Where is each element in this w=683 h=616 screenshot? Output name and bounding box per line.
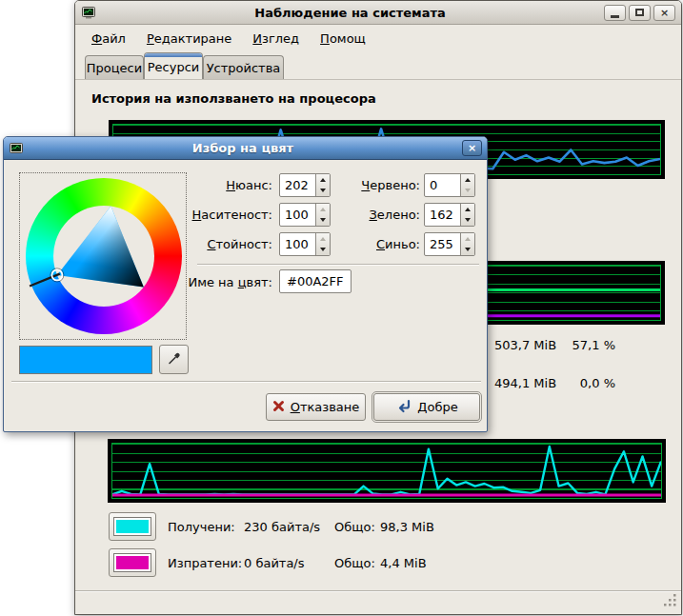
screen: Наблюдение на системата × Файл Редактира…: [0, 0, 683, 616]
ok-button[interactable]: Добре: [373, 393, 480, 421]
cpu-section-title: История на използването на процесора: [91, 91, 376, 106]
blue-spin-down[interactable]: [461, 245, 474, 256]
eyedropper-icon: [167, 350, 182, 368]
blue-label: Синьо:: [291, 237, 420, 251]
fields-separator: [197, 264, 479, 265]
window-titlebar[interactable]: Наблюдение на системата ×: [75, 1, 681, 25]
color-name-label: Име на цвят:: [147, 275, 272, 289]
network-history-chart: [108, 439, 666, 503]
cancel-label: Отказване: [291, 400, 360, 414]
window-controls: ×: [604, 5, 675, 21]
green-spin-up[interactable]: [461, 204, 474, 215]
sent-total-label: Общо:: [334, 556, 375, 570]
cancel-icon: [272, 400, 285, 415]
menu-view[interactable]: Изглед: [252, 31, 299, 46]
blue-spin-up[interactable]: [461, 233, 474, 245]
maximize-button[interactable]: [629, 5, 651, 21]
window-title: Наблюдение на системата: [100, 6, 600, 20]
received-total-label: Общо:: [334, 520, 375, 534]
memory-size-value: 503,7 MiB: [494, 338, 556, 352]
menu-help[interactable]: Помощ: [320, 31, 366, 46]
dialog-title: Избор на цвят: [28, 141, 458, 155]
menu-file[interactable]: Файл: [91, 31, 126, 46]
eyedropper-button[interactable]: [159, 345, 189, 374]
dialog-close-button[interactable]: ×: [462, 140, 482, 156]
buttons-separator: [11, 381, 481, 382]
green-spinbox[interactable]: 162: [424, 203, 475, 227]
dialog-titlebar[interactable]: Избор на цвят ×: [4, 137, 487, 160]
received-color-button[interactable]: [109, 512, 156, 541]
color-name-input[interactable]: #00A2FF: [279, 269, 352, 293]
system-monitor-icon: [81, 5, 96, 20]
tab-processes[interactable]: Процеси: [85, 55, 144, 80]
value-label: Стойност:: [109, 237, 272, 251]
red-label: Червено:: [291, 178, 420, 192]
received-total: 98,3 MiB: [380, 520, 434, 534]
swap-size-value: 494,1 MiB: [494, 376, 556, 390]
red-spin-up[interactable]: [461, 174, 474, 186]
menubar: Файл Редактиране Изглед Помощ: [75, 26, 681, 51]
tab-resources[interactable]: Ресурси: [144, 52, 203, 80]
red-spinbox[interactable]: 0: [424, 173, 475, 197]
close-button[interactable]: ×: [653, 5, 675, 21]
resize-grip[interactable]: [664, 594, 676, 609]
sent-label: Изпратени:: [168, 556, 242, 570]
sent-color-swatch: [113, 553, 151, 572]
green-spin-down[interactable]: [461, 215, 474, 227]
received-label: Получени:: [168, 520, 235, 534]
saturation-value-triangle[interactable]: [26, 178, 182, 334]
sent-total: 4,4 MiB: [380, 556, 427, 570]
tab-content-divider: [75, 79, 681, 80]
ok-label: Добре: [417, 400, 457, 414]
color-picker-dialog: Избор на цвят × Нюанс: 202: [3, 136, 488, 432]
ok-icon: [395, 399, 412, 416]
dialog-icon: [9, 141, 24, 156]
cancel-button[interactable]: Отказване: [266, 393, 366, 421]
received-color-swatch: [113, 517, 151, 536]
received-rate: 230 байта/s: [244, 520, 320, 534]
statusbar: [75, 590, 681, 614]
red-spin-down[interactable]: [461, 186, 474, 197]
hue-label: Нюанс:: [109, 178, 272, 192]
green-label: Зелено:: [291, 208, 420, 222]
menu-edit[interactable]: Редактиране: [147, 31, 231, 46]
sent-rate: 0 байта/s: [244, 556, 305, 570]
tab-devices[interactable]: Устройства: [203, 55, 284, 80]
minimize-button[interactable]: [604, 5, 626, 21]
swap-percent-value: 0,0 %: [556, 376, 615, 390]
sent-color-button[interactable]: [109, 548, 156, 577]
saturation-label: Наситеност:: [109, 208, 272, 222]
memory-percent-value: 57,1 %: [556, 338, 615, 352]
current-color-preview: [19, 346, 152, 374]
blue-spinbox[interactable]: 255: [424, 232, 475, 256]
